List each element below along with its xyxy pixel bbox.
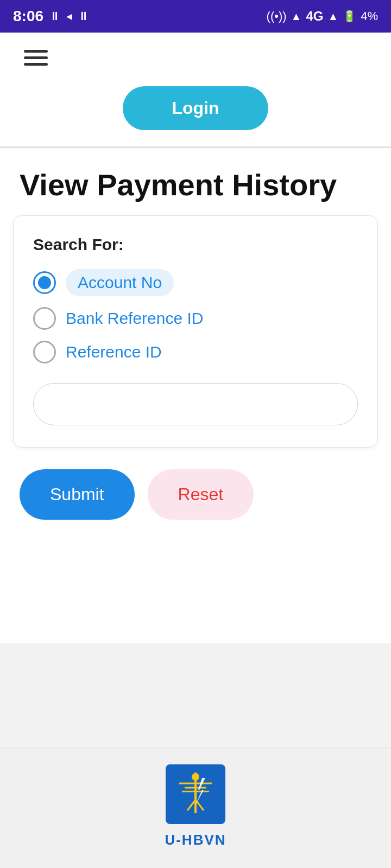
footer: U-HBVN bbox=[0, 748, 391, 868]
buttons-area: Submit Reset bbox=[0, 464, 391, 539]
uhbvn-logo-text: U-HBVN bbox=[165, 832, 226, 848]
radio-label-account-no: Account No bbox=[66, 269, 174, 296]
notification-icon-2: ⏸ bbox=[78, 9, 90, 23]
status-left: 8:06 ⏸ ◂ ⏸ bbox=[13, 8, 90, 25]
status-right: ((•)) ▲ 4G ▲ 🔋 4% bbox=[267, 9, 378, 24]
network-label: 4G bbox=[306, 9, 323, 24]
radio-reference-id[interactable]: Reference ID bbox=[33, 341, 358, 363]
header-login-wrapper: Login bbox=[0, 75, 391, 146]
main-content: Login View Payment History Search For: A… bbox=[0, 33, 391, 643]
signal-icon-2: ▲ bbox=[327, 10, 338, 23]
hamburger-menu[interactable] bbox=[20, 46, 52, 70]
page-title: View Payment History bbox=[20, 168, 371, 202]
submit-button[interactable]: Submit bbox=[20, 469, 135, 520]
status-bar: 8:06 ⏸ ◂ ⏸ ((•)) ▲ 4G ▲ 🔋 4% bbox=[0, 0, 391, 33]
hamburger-line-2 bbox=[24, 56, 48, 59]
page-title-area: View Payment History bbox=[0, 148, 391, 215]
uhbvn-logo bbox=[166, 764, 225, 824]
search-input[interactable] bbox=[33, 383, 358, 425]
signal-icon: ▲ bbox=[291, 10, 302, 23]
logo-wrapper: U-HBVN bbox=[165, 764, 226, 848]
status-time: 8:06 bbox=[13, 8, 43, 25]
radio-group: Account No Bank Reference ID Reference I… bbox=[33, 269, 358, 363]
radio-outer-account-no bbox=[33, 271, 56, 294]
battery-level: 4% bbox=[361, 9, 378, 23]
wifi-icon: ((•)) bbox=[267, 9, 287, 23]
radio-outer-bank-ref bbox=[33, 307, 56, 330]
search-card: Search For: Account No Bank Reference ID… bbox=[13, 215, 378, 448]
radio-account-no[interactable]: Account No bbox=[33, 269, 358, 296]
login-button[interactable]: Login bbox=[123, 86, 268, 130]
location-icon: ◂ bbox=[66, 9, 72, 23]
hamburger-line-3 bbox=[24, 63, 48, 66]
svg-point-4 bbox=[192, 773, 199, 781]
search-for-label: Search For: bbox=[33, 235, 358, 254]
radio-outer-ref-id bbox=[33, 341, 56, 363]
uhbvn-logo-svg bbox=[168, 767, 223, 821]
reset-button[interactable]: Reset bbox=[148, 469, 254, 520]
radio-inner-account-no bbox=[38, 276, 51, 289]
radio-label-ref-id: Reference ID bbox=[66, 343, 162, 361]
page-spacer bbox=[0, 643, 391, 748]
notification-icon-1: ⏸ bbox=[49, 9, 61, 23]
header-top bbox=[0, 33, 391, 75]
radio-label-bank-ref: Bank Reference ID bbox=[66, 309, 203, 328]
battery-icon: 🔋 bbox=[343, 10, 356, 23]
hamburger-line-1 bbox=[24, 50, 48, 53]
radio-bank-reference-id[interactable]: Bank Reference ID bbox=[33, 307, 358, 330]
